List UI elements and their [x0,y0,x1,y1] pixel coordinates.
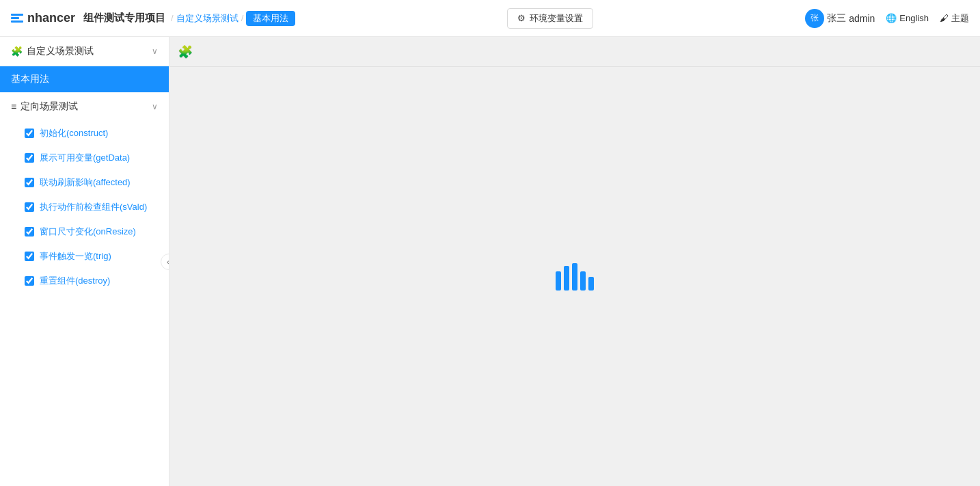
checkbox-trig[interactable] [25,252,34,261]
main-content: 🧩 [169,37,980,486]
env-settings-button[interactable]: ⚙ 环境变量设置 [507,8,593,29]
sidebar-item-affected[interactable]: 联动刷新影响(affected) [0,170,169,195]
sidebar-section1-label: 自定义场景测试 [27,45,94,57]
checkbox-construct[interactable] [25,129,34,138]
item-label-affected: 联动刷新影响(affected) [40,176,131,189]
loading-bar-1 [556,271,561,291]
header: nhancer 组件测试专用项目 / 自定义场景测试 / 基本用法 ⚙ 环境变量… [0,0,980,37]
sidebar-section2-label: 定向场景测试 [21,100,78,113]
brush-icon: 🖌 [940,13,949,23]
toolbar-puzzle-icon: 🧩 [178,44,193,59]
item-label-svald: 执行动作前检查组件(sVald) [40,201,147,213]
checkbox-getdata[interactable] [25,153,34,163]
loading-bar-5 [588,277,594,291]
sidebar-active-label: 基本用法 [11,73,49,84]
loading-indicator [556,263,594,291]
checkbox-affected[interactable] [25,178,34,187]
theme-label: 主题 [951,12,969,25]
gear-icon: ⚙ [517,13,526,23]
loading-bar-3 [572,263,577,291]
user-role: admin [849,13,875,24]
sidebar-item-basic-usage[interactable]: 基本用法 [0,66,169,92]
chevron-down-icon: ∨ [152,46,158,56]
sidebar-section-title: 🧩 自定义场景测试 [11,45,94,57]
chevron-down-icon2: ∨ [152,102,158,111]
logo: nhancer [11,11,75,25]
sidebar: 🧩 自定义场景测试 ∨ 基本用法 ≡ 定向场景测试 ∨ 初始化(construc… [0,37,169,486]
user-name: 张三 [827,12,846,25]
lang-label: English [899,13,929,23]
loading-bar-2 [564,266,569,291]
logo-icon [11,14,23,23]
logo-text: nhancer [27,11,75,25]
breadcrumb-link[interactable]: 自定义场景测试 [176,12,239,25]
header-center: ⚙ 环境变量设置 [295,8,805,29]
sidebar-item-destroy[interactable]: 重置组件(destroy) [0,269,169,293]
env-btn-label: 环境变量设置 [530,12,583,25]
project-name: 组件测试专用项目 [83,12,165,25]
puzzle-icon: 🧩 [11,46,23,57]
item-label-trig: 事件触发一览(trig) [40,250,111,262]
sidebar-item-construct[interactable]: 初始化(construct) [0,121,169,146]
globe-icon: 🌐 [886,13,897,23]
sidebar-item-getdata[interactable]: 展示可用变量(getData) [0,146,169,170]
avatar: 张 [805,9,824,28]
sidebar-item-trig[interactable]: 事件触发一览(trig) [0,244,169,269]
item-label-destroy: 重置组件(destroy) [40,275,110,287]
language-switcher[interactable]: 🌐 English [886,13,929,23]
breadcrumb-sep2: / [241,13,244,23]
sidebar-section-directed-scene[interactable]: ≡ 定向场景测试 ∨ [0,92,169,121]
user-info[interactable]: 张 张三 admin [805,9,875,28]
sidebar-section-custom-scene[interactable]: 🧩 自定义场景测试 ∨ [0,37,169,66]
loading-bar-4 [580,271,586,291]
layout: 🧩 自定义场景测试 ∨ 基本用法 ≡ 定向场景测试 ∨ 初始化(construc… [0,37,980,486]
sidebar-item-svald[interactable]: 执行动作前检查组件(sVald) [0,195,169,219]
sidebar-section2-title: ≡ 定向场景测试 [11,100,78,113]
item-label-onresize: 窗口尺寸变化(onResize) [40,226,136,238]
checkbox-svald[interactable] [25,202,34,212]
checkbox-destroy[interactable] [25,276,34,286]
item-label-getdata: 展示可用变量(getData) [40,152,130,164]
sidebar-item-onresize[interactable]: 窗口尺寸变化(onResize) [0,219,169,244]
breadcrumb: / 自定义场景测试 / 基本用法 [171,11,295,26]
toolbar: 🧩 [169,37,980,67]
theme-button[interactable]: 🖌 主题 [940,12,969,25]
breadcrumb-sep1: / [171,13,174,23]
list-icon: ≡ [11,101,16,112]
breadcrumb-active[interactable]: 基本用法 [246,11,295,26]
checkbox-onresize[interactable] [25,227,34,237]
header-right: 张 张三 admin 🌐 English 🖌 主题 [805,9,969,28]
content-area [169,67,980,486]
item-label-construct: 初始化(construct) [40,127,108,139]
